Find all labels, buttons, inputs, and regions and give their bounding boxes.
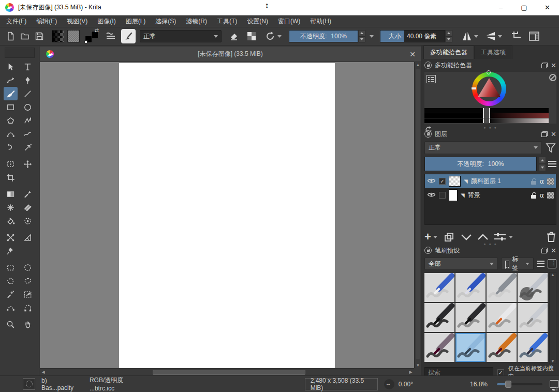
layer-alpha-icon[interactable]: α [539, 177, 544, 185]
brush-size-spinner[interactable] [445, 30, 452, 42]
dock-tab-多功能拾色器[interactable]: 多功能拾色器 [423, 46, 474, 59]
zoom-slider-thumb[interactable] [505, 381, 511, 388]
layer-lock-icon[interactable] [531, 192, 536, 199]
properties-dropdown-icon[interactable] [509, 236, 513, 238]
float-docker-icon[interactable] [541, 248, 548, 253]
tool-freehand-path[interactable] [21, 127, 35, 141]
color-profile[interactable]: RGB/透明度 ...btrc.icc [90, 376, 144, 392]
tool-multibrush[interactable] [21, 141, 35, 154]
brush-preset-detail-brush[interactable] [487, 333, 517, 362]
brush-preset-blue-pencil[interactable] [518, 333, 548, 362]
brush-preset-airbrush[interactable] [518, 273, 548, 302]
pattern-chooser-button[interactable] [67, 30, 80, 42]
tag-button[interactable]: 标签 [501, 258, 534, 270]
menu-item-1[interactable]: 文件(F) [6, 17, 26, 26]
docker-lock-icon[interactable] [424, 130, 432, 138]
tool-calligraphy[interactable] [21, 73, 35, 87]
opacity-slider[interactable]: 不透明度:100% [289, 30, 358, 42]
docker-lock-icon[interactable] [424, 62, 432, 69]
zoom-value[interactable]: 16.8% [470, 381, 488, 388]
menu-item-7[interactable]: 滤镜(R) [186, 17, 207, 26]
float-docker-icon[interactable] [541, 63, 548, 68]
preset-grid-scrollbar[interactable]: ▲ ▼ [549, 272, 556, 364]
tool-select-rect[interactable] [4, 261, 18, 274]
layer-thumbnail[interactable] [449, 176, 461, 187]
duplicate-layer-icon[interactable] [444, 232, 455, 242]
eraser-mode-button[interactable] [227, 29, 241, 43]
layer-blend-mode-dropdown[interactable]: 正常 [424, 141, 542, 154]
minimize-button[interactable]: – [489, 0, 512, 16]
tool-enclose-fill[interactable] [21, 214, 35, 228]
tool-select-freehand[interactable] [21, 274, 35, 288]
menu-item-2[interactable]: 编辑(E) [36, 17, 57, 26]
layer-opacity-slider[interactable]: 不透明度:100% [424, 157, 537, 171]
tool-assistants[interactable] [4, 231, 18, 244]
tool-gradient[interactable] [4, 187, 18, 201]
current-brush-name[interactable]: b) Bas...pacity [41, 377, 77, 391]
scroll-down-icon[interactable]: ▼ [551, 359, 555, 364]
brush-preset-basic-brush[interactable] [455, 333, 486, 362]
layer-name[interactable]: 颜料图层 1 [471, 177, 501, 186]
foreground-color-swatch[interactable] [85, 36, 92, 43]
layer-name[interactable]: 背景 [468, 191, 480, 200]
opacity-spinner[interactable] [358, 30, 365, 42]
layer-properties-icon[interactable] [493, 232, 507, 242]
canvas-viewport[interactable] [40, 62, 414, 368]
mirror-horizontal-button[interactable] [483, 29, 498, 43]
crop-marks-button[interactable] [509, 29, 524, 43]
tool-reference-images[interactable] [4, 244, 18, 258]
mirror-vertical-button[interactable] [460, 29, 474, 43]
tool-transform[interactable] [4, 157, 18, 171]
move-layer-down-icon[interactable] [460, 233, 473, 241]
tool-bezier-curve[interactable] [4, 127, 18, 141]
shade-selector[interactable] [424, 108, 549, 124]
menu-item-5[interactable]: 图层(L) [126, 17, 146, 26]
layer-alpha-icon[interactable]: α [539, 191, 544, 199]
shade-strip-handle[interactable] [483, 118, 490, 123]
inherit-alpha-icon[interactable] [547, 178, 554, 185]
tool-pointer[interactable] [4, 60, 18, 73]
rotation-icon[interactable] [384, 379, 394, 389]
preset-display-config-icon[interactable] [548, 259, 556, 268]
tool-line[interactable] [21, 87, 35, 100]
layer-row-颜料图层 1[interactable]: ✓◥颜料图层 1α [425, 174, 556, 188]
tool-select-similar[interactable] [4, 288, 18, 301]
tool-crop[interactable] [4, 171, 18, 184]
menu-item-3[interactable]: 视图(V) [67, 17, 87, 26]
mirror-horizontal-dropdown-icon[interactable] [498, 35, 502, 38]
document-close-button[interactable]: ✕ [409, 50, 416, 58]
image-dimensions[interactable]: 2,480 x 3,508 (33.5 MiB) [305, 378, 378, 390]
move-layer-up-icon[interactable] [477, 233, 489, 241]
menu-item-6[interactable]: 选择(S) [155, 17, 176, 26]
search-current-tag-checkbox[interactable]: ✓ [497, 369, 504, 376]
vertical-scrollbar[interactable]: ▲ ▼ [414, 62, 421, 368]
menu-item-10[interactable]: 窗口(W) [278, 17, 300, 26]
dock-tab-工具选项[interactable]: 工具选项 [474, 46, 512, 59]
tool-select-picker[interactable] [21, 288, 35, 301]
tool-pan[interactable] [21, 318, 35, 331]
layer-thumbnail[interactable] [449, 189, 458, 201]
shade-strip-handle[interactable] [483, 108, 490, 113]
brush-preset-gel-pen[interactable] [487, 303, 517, 332]
brush-preset-brush-pen[interactable] [455, 303, 486, 332]
swap-colors-icon[interactable]: ⇄ [95, 27, 99, 33]
float-docker-icon[interactable] [541, 131, 548, 137]
reload-dropdown-icon[interactable] [277, 35, 282, 38]
tool-polygon[interactable] [4, 114, 18, 127]
toolbox-drag-handle[interactable] [5, 48, 35, 58]
scroll-up-icon[interactable]: ▲ [551, 273, 555, 277]
rotation-value[interactable]: 0.00° [399, 381, 413, 388]
menu-item-11[interactable]: 帮助(H) [310, 17, 331, 26]
tool-measure[interactable] [21, 231, 35, 244]
maximize-button[interactable]: ▢ [512, 0, 536, 16]
layer-lock-icon[interactable] [531, 178, 536, 185]
selector-settings-icon[interactable] [426, 75, 436, 83]
tool-pattern[interactable] [4, 201, 18, 214]
layer-options-menu-icon[interactable] [548, 161, 556, 167]
tool-ellipse[interactable] [21, 100, 35, 114]
brush-preview-button[interactable] [23, 378, 35, 390]
scroll-left-icon[interactable]: ◀ [40, 370, 47, 374]
tool-fill[interactable] [4, 214, 18, 228]
tool-select-polygon[interactable] [4, 274, 18, 288]
opacity-dropdown-icon[interactable] [370, 35, 374, 38]
